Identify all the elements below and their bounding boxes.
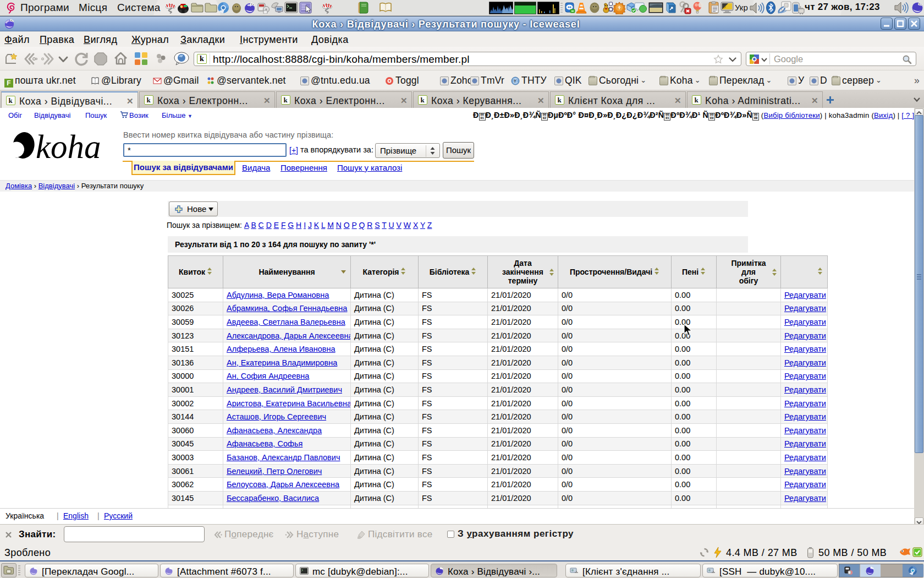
- svg-text:koha: koha: [36, 132, 101, 162]
- svg-text:T: T: [514, 79, 516, 84]
